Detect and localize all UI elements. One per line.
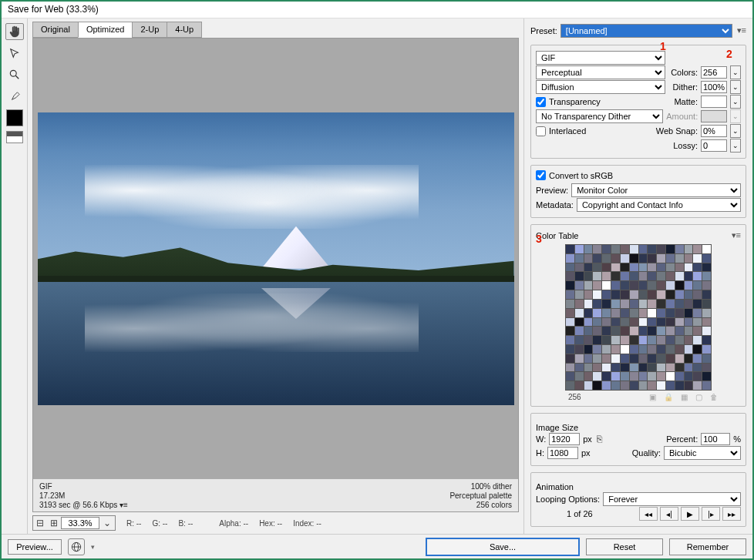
info-format: GIF xyxy=(39,482,128,491)
colortable-flyout-icon[interactable]: ▾≡ xyxy=(730,230,741,241)
websnap-label: Web Snap: xyxy=(656,126,698,136)
metadata-label: Metadata: xyxy=(536,200,574,210)
dither-type-select[interactable]: Diffusion xyxy=(536,80,665,94)
interlaced-checkbox[interactable]: Interlaced xyxy=(536,126,586,136)
browser-preview-icon[interactable] xyxy=(68,538,85,555)
zoom-input[interactable] xyxy=(61,517,99,529)
readout-hex: Hex: -- xyxy=(259,519,282,528)
ct-cube-icon[interactable]: ▣ xyxy=(649,393,656,401)
optimization-info: GIF 17.23M 3193 sec @ 56.6 Kbps ▾≡ 100% … xyxy=(33,478,518,511)
animation-label: Animation xyxy=(536,482,741,491)
anim-play-button[interactable]: ▶ xyxy=(681,507,699,521)
dither-label: Dither: xyxy=(673,82,698,92)
preset-select[interactable]: [Unnamed] xyxy=(560,24,732,38)
preview-image[interactable] xyxy=(38,112,514,405)
info-size: 17.23M xyxy=(39,491,128,500)
frame-indicator: 1 of 26 xyxy=(567,509,593,518)
hand-tool[interactable] xyxy=(5,23,24,40)
annotation-2: 2 xyxy=(726,48,732,60)
imagesize-label: Image Size xyxy=(536,423,741,432)
colors-dropdown-icon[interactable]: ⌄ xyxy=(730,65,741,79)
anim-next-button[interactable]: |▸ xyxy=(702,507,720,521)
foreground-color-swatch[interactable] xyxy=(6,109,23,126)
link-dimensions-icon[interactable]: ⎘ xyxy=(597,434,602,444)
colortable-label: Color Table xyxy=(536,231,578,240)
looping-label: Looping Options: xyxy=(536,495,600,504)
preview-label: Preview: xyxy=(536,186,568,195)
format-select[interactable]: GIF xyxy=(536,51,665,65)
annotation-1: 1 xyxy=(660,40,666,52)
matte-input[interactable] xyxy=(701,96,727,108)
info-colors: 256 colors xyxy=(449,501,512,509)
readout-index: Index: -- xyxy=(293,519,321,528)
tab-optimized[interactable]: Optimized xyxy=(78,22,133,38)
window-title: Save for Web (33.3%) xyxy=(2,2,752,18)
readout-b: B: -- xyxy=(178,519,193,528)
websnap-dropdown-icon[interactable]: ⌄ xyxy=(730,124,741,138)
readout-alpha: Alpha: -- xyxy=(219,519,248,528)
remember-button[interactable]: Remember xyxy=(669,538,746,555)
dither-dropdown-icon[interactable]: ⌄ xyxy=(730,80,741,94)
eyedropper-tool[interactable] xyxy=(5,88,24,105)
ct-map-icon[interactable]: ▦ xyxy=(681,393,688,401)
preset-flyout-icon[interactable]: ▾≡ xyxy=(735,25,746,36)
height-label: H: xyxy=(536,448,544,458)
tab-4up[interactable]: 4-Up xyxy=(167,22,202,38)
websnap-input[interactable] xyxy=(701,125,727,137)
readout-g: G: -- xyxy=(152,519,167,528)
tool-column xyxy=(2,18,28,534)
quality-select[interactable]: Bicubic xyxy=(664,446,741,460)
save-button[interactable]: Save... xyxy=(426,538,580,556)
color-reduction-select[interactable]: Perceptual xyxy=(536,65,665,79)
colors-input[interactable] xyxy=(701,66,727,79)
preview-button[interactable]: Preview... xyxy=(8,539,62,555)
svg-line-1 xyxy=(15,75,19,79)
readout-r: R: -- xyxy=(126,519,141,528)
amount-dropdown-icon: ⌄ xyxy=(730,109,741,123)
reset-button[interactable]: Reset xyxy=(586,538,663,555)
zoom-out-icon[interactable]: ⊟ xyxy=(33,516,47,530)
colortable-count: 256 xyxy=(568,393,581,401)
metadata-select[interactable]: Copyright and Contact Info xyxy=(577,198,741,212)
matte-label: Matte: xyxy=(674,97,698,106)
transparency-checkbox[interactable]: Transparency xyxy=(536,97,601,107)
preview-select[interactable]: Monitor Color xyxy=(571,183,741,197)
amount-label: Amount: xyxy=(666,112,698,121)
anim-first-button[interactable]: ◂◂ xyxy=(639,507,658,521)
anim-last-button[interactable]: ▸▸ xyxy=(722,507,741,521)
lossy-dropdown-icon[interactable]: ⌄ xyxy=(730,139,741,153)
srgb-checkbox[interactable]: Convert to sRGB xyxy=(536,170,741,180)
svg-point-0 xyxy=(10,70,16,76)
tab-2up[interactable]: 2-Up xyxy=(132,22,167,38)
info-download-time[interactable]: 3193 sec @ 56.6 Kbps ▾≡ xyxy=(39,501,128,509)
tab-original[interactable]: Original xyxy=(32,22,79,38)
lossy-input[interactable] xyxy=(701,139,727,152)
zoom-dropdown-icon[interactable]: ⌄ xyxy=(99,516,115,530)
preset-label: Preset: xyxy=(530,26,557,35)
ct-lock-icon[interactable]: 🔒 xyxy=(664,393,673,401)
zoom-tool[interactable] xyxy=(5,66,24,83)
zoom-in-icon[interactable]: ⊞ xyxy=(47,516,61,530)
transparency-dither-select[interactable]: No Transparency Dither xyxy=(536,109,663,123)
color-table-swatches[interactable] xyxy=(565,244,712,391)
dither-input[interactable] xyxy=(701,81,727,93)
lossy-label: Lossy: xyxy=(673,141,698,150)
ct-trash-icon[interactable]: 🗑 xyxy=(710,393,718,401)
width-label: W: xyxy=(536,434,546,444)
anim-prev-button[interactable]: ◂| xyxy=(660,507,678,521)
info-dither: 100% dither xyxy=(449,482,512,491)
percent-label: Percent: xyxy=(666,434,698,444)
slice-select-tool[interactable] xyxy=(5,45,24,62)
ct-new-icon[interactable]: ▢ xyxy=(695,393,702,401)
looping-select[interactable]: Forever xyxy=(603,492,741,506)
zoom-control[interactable]: ⊟ ⊞ ⌄ xyxy=(32,515,116,531)
matte-dropdown-icon[interactable]: ⌄ xyxy=(730,95,741,109)
amount-input xyxy=(701,110,727,122)
toggle-slice-visibility[interactable] xyxy=(6,131,23,143)
quality-label: Quality: xyxy=(632,448,661,458)
colors-label: Colors: xyxy=(671,68,698,77)
width-input[interactable] xyxy=(549,433,580,445)
percent-input[interactable] xyxy=(701,433,730,445)
annotation-3: 3 xyxy=(536,233,542,245)
height-input[interactable] xyxy=(547,447,578,459)
